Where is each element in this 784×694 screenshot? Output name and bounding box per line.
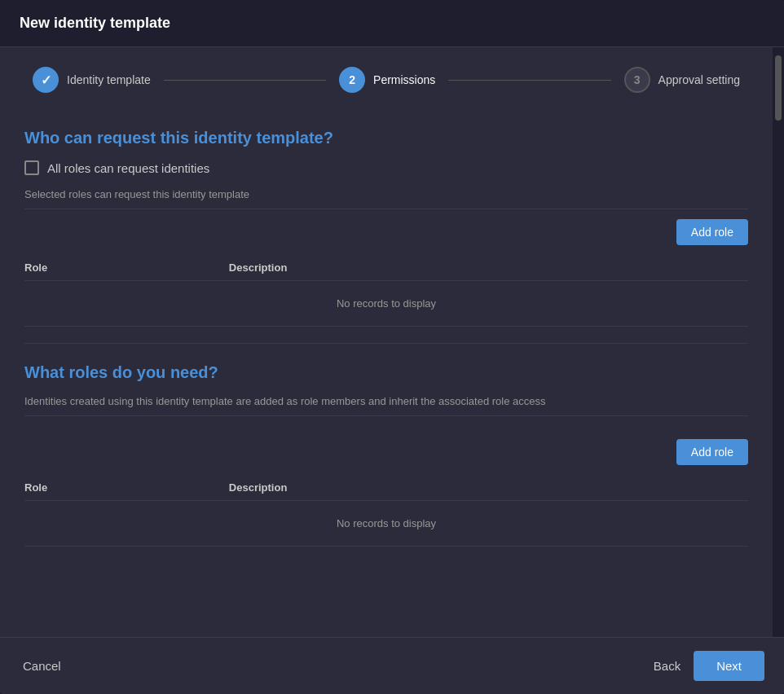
section1-add-role-button[interactable]: Add role bbox=[676, 219, 748, 245]
back-button[interactable]: Back bbox=[650, 652, 684, 679]
section-what-roles: What roles do you need? Identities creat… bbox=[0, 344, 773, 563]
next-button[interactable]: Next bbox=[694, 651, 764, 681]
section2-add-role-row: Add role bbox=[24, 429, 748, 475]
section2-no-records: No records to display bbox=[24, 501, 748, 547]
section2-table-container: Add role Role Description No records to … bbox=[24, 429, 748, 547]
step3-label: Approval setting bbox=[658, 73, 740, 86]
all-roles-checkbox-row: All roles can request identities bbox=[24, 160, 748, 175]
section2-col-description: Description bbox=[229, 475, 748, 501]
step-approval-setting: 3 Approval setting bbox=[624, 67, 740, 93]
dialog-footer: Cancel Back Next bbox=[0, 637, 784, 694]
scrollbar-track[interactable] bbox=[773, 47, 784, 637]
main-content: ✓ Identity template 2 Permissions 3 Appr… bbox=[0, 47, 773, 637]
section2-col-role: Role bbox=[24, 475, 229, 501]
section-who-can-request: Who can request this identity template? … bbox=[0, 112, 773, 343]
section2-desc: Identities created using this identity t… bbox=[24, 395, 748, 416]
section1-no-records: No records to display bbox=[24, 281, 748, 327]
dialog-body: ✓ Identity template 2 Permissions 3 Appr… bbox=[0, 47, 784, 637]
dialog-header: New identity template bbox=[0, 0, 784, 47]
dialog-title: New identity template bbox=[20, 15, 764, 32]
section1-table-container: Add role Role Description No records to … bbox=[24, 209, 748, 327]
section1-col-role: Role bbox=[24, 255, 229, 281]
section2-empty-row: No records to display bbox=[24, 501, 748, 547]
step1-circle: ✓ bbox=[33, 67, 59, 93]
scrollbar-thumb[interactable] bbox=[775, 55, 782, 121]
step-permissions: 2 Permissions bbox=[339, 67, 435, 93]
cancel-button[interactable]: Cancel bbox=[20, 652, 64, 679]
step-connector-1 bbox=[164, 80, 326, 81]
section2-add-role-button[interactable]: Add role bbox=[676, 439, 748, 465]
all-roles-label: All roles can request identities bbox=[47, 161, 209, 175]
section1-subtext: Selected roles can request this identity… bbox=[24, 188, 748, 209]
all-roles-checkbox[interactable] bbox=[24, 160, 39, 175]
section1-title: Who can request this identity template? bbox=[24, 129, 748, 147]
step2-label: Permissions bbox=[373, 73, 435, 86]
dialog: New identity template ✓ Identity templat… bbox=[0, 0, 784, 694]
section2-table: Role Description No records to display bbox=[24, 475, 748, 547]
step3-circle: 3 bbox=[624, 67, 650, 93]
footer-right: Back Next bbox=[650, 651, 764, 681]
section1-empty-row: No records to display bbox=[24, 281, 748, 327]
step-identity-template: ✓ Identity template bbox=[33, 67, 151, 93]
section2-title: What roles do you need? bbox=[24, 363, 748, 382]
step2-circle: 2 bbox=[339, 67, 365, 93]
step1-label: Identity template bbox=[67, 73, 151, 86]
stepper: ✓ Identity template 2 Permissions 3 Appr… bbox=[0, 47, 773, 112]
section1-add-role-row: Add role bbox=[24, 209, 748, 255]
section1-table: Role Description No records to display bbox=[24, 255, 748, 327]
section1-col-description: Description bbox=[229, 255, 748, 281]
step-connector-2 bbox=[448, 80, 610, 81]
